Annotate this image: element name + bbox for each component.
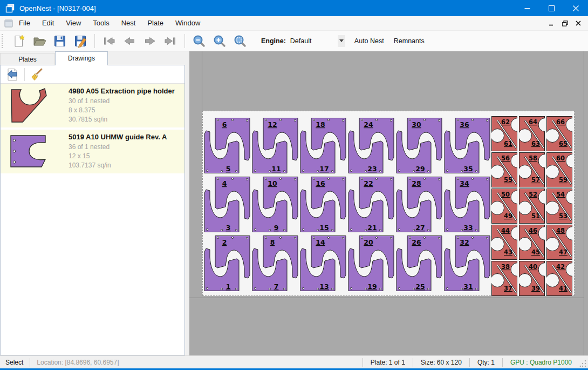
part-number: 34 xyxy=(460,179,469,187)
nav-last-button[interactable] xyxy=(163,33,178,49)
menu-tools[interactable]: Tools xyxy=(87,16,115,30)
red-pair-tile[interactable]: 64 63 xyxy=(519,116,545,151)
red-pair-tile[interactable]: 40 39 xyxy=(519,261,545,296)
toolbar-grip[interactable] xyxy=(2,34,4,48)
menu-window[interactable]: Window xyxy=(169,16,206,30)
part-number: 26 xyxy=(412,238,421,246)
broom-icon xyxy=(30,68,44,82)
open-button[interactable] xyxy=(32,33,47,49)
app-window: OpenNest - [N0317-004] File Edit View To… xyxy=(0,0,588,370)
purple-pair-tile[interactable]: 4 3 xyxy=(203,177,251,233)
drawing-list-item[interactable]: 4980 A05 Extraction pipe holder 30 of 1 … xyxy=(1,84,184,127)
part-number: 7 xyxy=(274,282,279,291)
tab-plates[interactable]: Plates xyxy=(0,53,55,65)
menu-edit[interactable]: Edit xyxy=(36,16,60,30)
nest-canvas[interactable]: 6 5 12 11 18 17 24 23 30 29 xyxy=(189,51,588,355)
resize-grip[interactable] xyxy=(579,357,587,368)
part-number: 8 xyxy=(270,238,275,246)
zoom-fit-button[interactable] xyxy=(233,33,248,49)
maximize-button[interactable] xyxy=(539,0,564,16)
drawing-list-item[interactable]: 5019 A10 UHMW guide Rev. A 36 of 1 neste… xyxy=(1,130,184,173)
red-pair-tile[interactable]: 50 49 xyxy=(491,189,517,224)
red-pair-tile[interactable]: 60 59 xyxy=(546,152,572,187)
part-number: 14 xyxy=(316,238,325,246)
menu-plate[interactable]: Plate xyxy=(141,16,169,30)
purple-pair-tile[interactable]: 16 15 xyxy=(299,177,347,233)
part-number: 3 xyxy=(226,224,231,232)
nav-next-button[interactable] xyxy=(142,33,158,49)
app-icon xyxy=(5,4,15,13)
purple-pair-tile[interactable]: 12 11 xyxy=(251,118,299,174)
new-button[interactable] xyxy=(11,33,26,49)
save-button[interactable] xyxy=(52,33,67,49)
red-pair-tile[interactable]: 42 41 xyxy=(546,261,572,296)
purple-pair-tile[interactable]: 10 9 xyxy=(251,177,299,233)
toolbar-separator xyxy=(184,34,185,48)
nav-prev-button[interactable] xyxy=(122,33,137,49)
purple-pair-tile[interactable]: 14 13 xyxy=(299,236,347,292)
drawing-size: 8 x 8.375 xyxy=(69,106,175,115)
zoom-in-button[interactable] xyxy=(212,33,227,49)
purple-pair-tile[interactable]: 2 1 xyxy=(203,236,251,292)
purple-pair-tile[interactable]: 26 25 xyxy=(395,236,443,292)
zoom-out-button[interactable] xyxy=(192,33,207,49)
engine-combobox[interactable]: Default xyxy=(289,35,345,48)
purple-pair-tile[interactable]: 32 31 xyxy=(443,236,491,292)
red-pair-tile[interactable]: 54 53 xyxy=(546,189,572,224)
panel-tabs: Plates Drawings xyxy=(0,51,108,65)
part-number: 44 xyxy=(501,227,510,234)
menu-view[interactable]: View xyxy=(60,16,87,30)
menu-file[interactable]: File xyxy=(13,16,36,30)
part-number: 18 xyxy=(316,120,325,129)
red-pair-tile[interactable]: 44 43 xyxy=(491,225,517,260)
save-as-button[interactable] xyxy=(73,33,88,49)
open-folder-icon xyxy=(32,34,46,48)
red-pair-tile[interactable]: 48 47 xyxy=(546,225,572,260)
auto-nest-button[interactable]: Auto Nest xyxy=(350,34,389,48)
purple-pair-tile[interactable]: 20 19 xyxy=(347,236,395,292)
red-pair-tile[interactable]: 66 65 xyxy=(546,116,572,151)
part-number: 66 xyxy=(556,118,565,126)
close-button[interactable] xyxy=(564,0,588,16)
tab-drawings[interactable]: Drawings xyxy=(55,51,108,65)
part-number: 60 xyxy=(556,154,565,162)
part-number: 54 xyxy=(556,191,565,198)
part-number: 65 xyxy=(559,140,568,147)
mdi-document-icon[interactable] xyxy=(4,19,13,28)
purple-pair-tile[interactable]: 36 35 xyxy=(443,118,491,174)
mdi-restore-button[interactable] xyxy=(560,19,569,28)
zoom-in-icon xyxy=(213,34,227,48)
mdi-minimize-button[interactable] xyxy=(547,19,556,28)
drawings-panel: Plates Drawings xyxy=(0,51,186,355)
menu-nest[interactable]: Nest xyxy=(115,16,142,30)
part-number: 64 xyxy=(529,118,537,126)
purple-pair-tile[interactable]: 22 21 xyxy=(347,177,395,233)
window-title: OpenNest - [N0317-004] xyxy=(19,4,96,12)
red-pair-tile[interactable]: 58 57 xyxy=(519,152,545,187)
page-guide-line xyxy=(202,51,202,111)
purple-pair-tile[interactable]: 6 5 xyxy=(203,118,251,174)
page-guide-line xyxy=(189,298,584,298)
red-pair-tile[interactable]: 52 51 xyxy=(519,189,545,224)
mdi-close-button[interactable] xyxy=(574,19,583,28)
purple-pair-tile[interactable]: 30 29 xyxy=(395,118,443,174)
drawings-tab-page: 4980 A05 Extraction pipe holder 30 of 1 … xyxy=(0,65,185,355)
part-number: 41 xyxy=(559,285,568,292)
part-number: 2 xyxy=(222,238,227,246)
nav-first-button[interactable] xyxy=(101,33,117,49)
red-pair-tile[interactable]: 62 61 xyxy=(491,116,517,151)
purple-pair-tile[interactable]: 18 17 xyxy=(299,118,347,174)
purple-pair-tile[interactable]: 28 27 xyxy=(395,177,443,233)
clean-button[interactable] xyxy=(29,67,44,82)
minimize-button[interactable] xyxy=(515,0,539,16)
purple-pair-tile[interactable]: 34 33 xyxy=(443,177,491,233)
remnants-button[interactable]: Remnants xyxy=(389,34,429,48)
part-number: 46 xyxy=(529,227,537,234)
purple-pair-tile[interactable]: 24 23 xyxy=(347,118,395,174)
purple-pair-tile[interactable]: 8 7 xyxy=(251,236,299,292)
red-pair-tile[interactable]: 38 37 xyxy=(491,261,517,296)
red-pair-tile[interactable]: 56 55 xyxy=(491,152,517,187)
menu-bar: File Edit View Tools Nest Plate Window xyxy=(0,16,588,31)
red-pair-tile[interactable]: 46 45 xyxy=(519,225,545,260)
import-drawing-button[interactable] xyxy=(5,67,20,82)
